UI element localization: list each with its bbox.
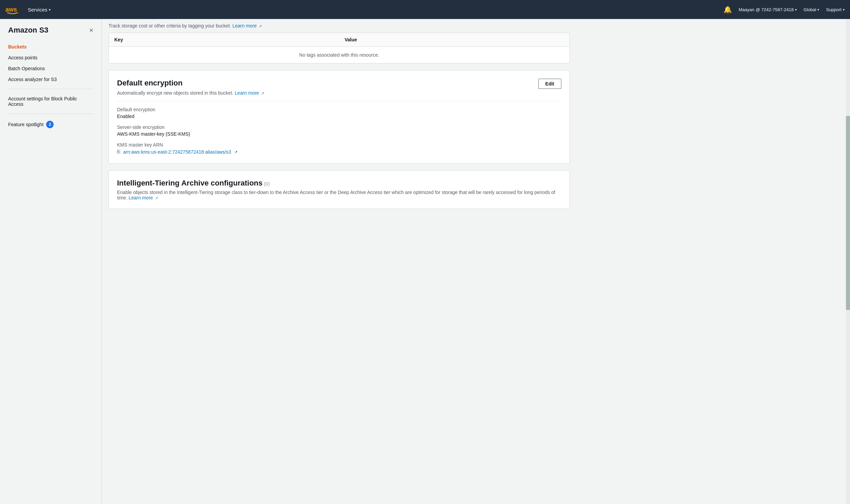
global-label: Global bbox=[803, 7, 816, 12]
encryption-field-sse: Server-side encryption AWS-KMS master-ke… bbox=[117, 125, 561, 137]
it-count: (0) bbox=[264, 181, 270, 186]
encryption-subtitle: Automatically encrypt new objects stored… bbox=[117, 90, 561, 96]
encryption-divider bbox=[117, 101, 561, 102]
tags-info: Track storage cost or other criteria by … bbox=[109, 19, 570, 33]
sidebar-item-feature-spotlight[interactable]: Feature spotlight 2 bbox=[0, 118, 102, 131]
encryption-field-arn: KMS master key ARN ⎘ arn:aws:kms:us-east… bbox=[117, 142, 561, 155]
global-menu[interactable]: Global ▾ bbox=[803, 7, 819, 12]
encryption-external-link-icon: ↗ bbox=[261, 91, 264, 95]
encryption-arn-row: ⎘ arn:aws:kms:us-east-2:724275872418:ali… bbox=[117, 149, 561, 155]
sidebar-item-batch-operations[interactable]: Batch Operations bbox=[0, 63, 102, 74]
tags-info-text: Track storage cost or other criteria by … bbox=[109, 23, 231, 29]
feature-spotlight-badge: 2 bbox=[46, 121, 54, 128]
encryption-learn-more-link[interactable]: Learn more bbox=[235, 90, 259, 96]
tags-table: Key Value No tags associated with this r… bbox=[109, 33, 570, 64]
tags-value-column: Value bbox=[339, 33, 569, 47]
arn-external-link-icon: ↗ bbox=[234, 150, 237, 154]
services-menu[interactable]: Services ▾ bbox=[28, 7, 51, 13]
tags-empty-message: No tags associated with this resource. bbox=[109, 47, 569, 63]
sidebar-item-access-analyzer[interactable]: Access analyzer for S3 bbox=[0, 74, 102, 85]
it-title-block: Intelligent-Tiering Archive configuratio… bbox=[117, 179, 270, 187]
encryption-default-value: Enabled bbox=[117, 114, 561, 119]
encryption-arn-label: KMS master key ARN bbox=[117, 142, 561, 147]
services-label: Services bbox=[28, 7, 48, 13]
user-label: Maayan @ 7242-7587-2418 bbox=[739, 7, 794, 12]
encryption-sse-label: Server-side encryption bbox=[117, 125, 561, 130]
it-card-header: Intelligent-Tiering Archive configuratio… bbox=[117, 179, 561, 187]
sidebar-divider-2 bbox=[8, 114, 93, 114]
sidebar-item-buckets[interactable]: Buckets bbox=[0, 41, 102, 52]
services-caret: ▾ bbox=[49, 8, 51, 12]
encryption-sse-value: AWS-KMS master-key (SSE-KMS) bbox=[117, 131, 561, 137]
sidebar-nav: Buckets Access points Batch Operations A… bbox=[0, 41, 102, 85]
top-navigation: aws Services ▾ 🔔 Maayan @ 7242-7587-2418… bbox=[0, 0, 850, 19]
main-content: Track storage cost or other criteria by … bbox=[102, 19, 850, 504]
encryption-field-default: Default encryption Enabled bbox=[117, 107, 561, 119]
scrollbar-track[interactable] bbox=[846, 19, 850, 504]
it-title: Intelligent-Tiering Archive configuratio… bbox=[117, 179, 263, 187]
support-menu[interactable]: Support ▾ bbox=[826, 7, 845, 12]
it-desc-text: Enable objects stored in the Intelligent… bbox=[117, 190, 555, 200]
nav-right: 🔔 Maayan @ 7242-7587-2418 ▾ Global ▾ Sup… bbox=[723, 5, 845, 14]
sidebar: Amazon S3 × Buckets Access points Batch … bbox=[0, 19, 102, 504]
global-caret: ▾ bbox=[817, 8, 819, 12]
encryption-title: Default encryption bbox=[117, 79, 182, 88]
copy-icon[interactable]: ⎘ bbox=[117, 149, 121, 155]
sidebar-title: Amazon S3 bbox=[8, 26, 49, 35]
sidebar-divider bbox=[8, 89, 93, 89]
encryption-edit-button[interactable]: Edit bbox=[538, 79, 561, 89]
it-external-link-icon: ↗ bbox=[155, 196, 158, 200]
intelligent-tiering-card: Intelligent-Tiering Archive configuratio… bbox=[109, 170, 570, 209]
encryption-arn-link[interactable]: arn:aws:kms:us-east-2:724275872418:alias… bbox=[123, 149, 231, 155]
sidebar-item-access-points[interactable]: Access points bbox=[0, 52, 102, 63]
default-encryption-card: Default encryption Edit Automatically en… bbox=[109, 70, 570, 163]
feature-spotlight-label: Feature spotlight bbox=[8, 122, 43, 127]
page-layout: Amazon S3 × Buckets Access points Batch … bbox=[0, 19, 850, 504]
notifications-bell[interactable]: 🔔 bbox=[723, 5, 732, 14]
encryption-subtitle-text: Automatically encrypt new objects stored… bbox=[117, 90, 233, 96]
tags-external-link-icon: ↗ bbox=[259, 24, 262, 28]
it-learn-more-link[interactable]: Learn more bbox=[129, 195, 153, 200]
sidebar-header: Amazon S3 × bbox=[0, 26, 102, 41]
tags-learn-more-link[interactable]: Learn more bbox=[232, 23, 257, 29]
it-description: Enable objects stored in the Intelligent… bbox=[117, 190, 561, 200]
encryption-title-block: Default encryption bbox=[117, 79, 182, 88]
scrollbar-thumb[interactable] bbox=[846, 116, 850, 310]
sidebar-item-block-public-access[interactable]: Account settings for Block Public Access bbox=[0, 93, 102, 110]
svg-text:aws: aws bbox=[5, 6, 17, 13]
tags-table-header: Key Value bbox=[109, 33, 569, 47]
user-menu[interactable]: Maayan @ 7242-7587-2418 ▾ bbox=[739, 7, 797, 12]
user-caret: ▾ bbox=[795, 8, 797, 12]
tags-key-column: Key bbox=[109, 33, 339, 47]
sidebar-close-button[interactable]: × bbox=[89, 26, 93, 34]
encryption-card-header: Default encryption Edit bbox=[117, 79, 561, 89]
content-area: Track storage cost or other criteria by … bbox=[102, 19, 577, 226]
aws-logo[interactable]: aws bbox=[5, 5, 20, 14]
support-caret: ▾ bbox=[843, 8, 845, 12]
encryption-default-label: Default encryption bbox=[117, 107, 561, 112]
support-label: Support bbox=[826, 7, 842, 12]
